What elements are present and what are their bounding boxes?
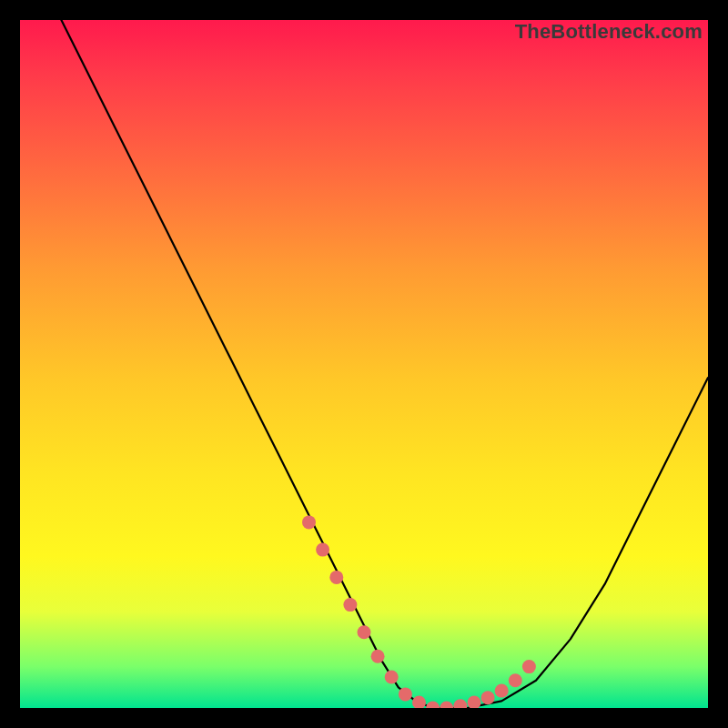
marker-dot [343, 598, 357, 612]
curve-svg [20, 20, 708, 708]
marker-dot [412, 696, 426, 709]
marker-dot [302, 515, 316, 529]
marker-dot [522, 660, 536, 673]
marker-dot [495, 684, 509, 698]
plot-area: TheBottleneck.com [20, 20, 708, 708]
marker-dot [371, 650, 385, 663]
marker-dot [426, 702, 440, 709]
marker-dot [440, 702, 453, 709]
marker-dot [358, 625, 371, 639]
marker-dot [453, 699, 467, 708]
marker-dot [399, 687, 412, 701]
highlight-markers [302, 515, 536, 708]
marker-dot [316, 543, 329, 557]
chart-frame: TheBottleneck.com [0, 0, 728, 728]
marker-dot [481, 691, 495, 704]
marker-dot [329, 571, 343, 584]
marker-dot [468, 696, 481, 709]
bottleneck-curve [61, 20, 708, 708]
marker-dot [509, 673, 522, 687]
marker-dot [385, 671, 399, 684]
